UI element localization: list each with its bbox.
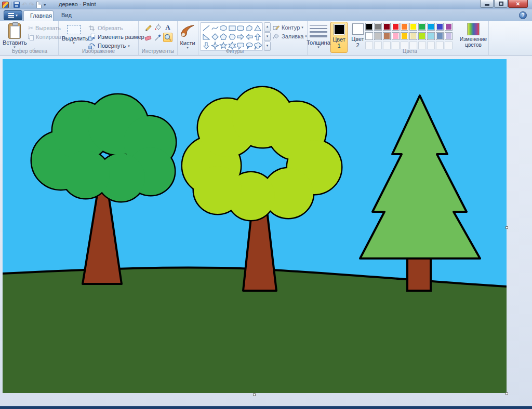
palette-swatch[interactable] (409, 32, 417, 40)
magnifier-tool[interactable] (163, 33, 172, 42)
color1-button[interactable]: Цвет 1 (330, 22, 348, 53)
help-button[interactable]: ? (519, 11, 527, 19)
palette-swatch[interactable] (392, 23, 400, 31)
group-label-colors: Цвета (365, 48, 455, 54)
rectangle-icon (228, 24, 236, 32)
edit-colors-button[interactable]: Изменение цветов (460, 22, 487, 53)
qat-dropdown-icon[interactable]: ▾ (44, 3, 46, 7)
right-triangle-icon (202, 33, 210, 41)
shape-arrow-right[interactable] (236, 33, 245, 41)
chevron-down-icon: ▾ (301, 26, 303, 29)
tab-view[interactable]: Вид (55, 10, 76, 21)
crop-button: Обрезать (88, 24, 123, 32)
canvas-resize-handle-corner[interactable] (506, 392, 508, 395)
crop-label: Обрезать (98, 25, 123, 31)
shape-diamond[interactable] (211, 33, 219, 41)
cut-button: ✂ Вырезать (28, 24, 61, 32)
palette-swatch[interactable] (401, 23, 408, 31)
color2-button[interactable]: Цвет 2 (350, 22, 366, 53)
copy-icon (28, 34, 34, 40)
shape-arrow-left[interactable] (245, 33, 254, 41)
paint-menu-button[interactable]: ▾ (4, 10, 22, 20)
maximize-icon (499, 2, 503, 6)
palette-swatch[interactable] (374, 23, 382, 31)
shape-pentagon[interactable] (219, 33, 228, 41)
fill-icon (272, 32, 280, 40)
canvas-resize-handle-bottom[interactable] (253, 393, 256, 396)
palette-swatch[interactable] (365, 23, 373, 31)
palette-swatch[interactable] (436, 23, 444, 31)
color-palette (365, 23, 455, 51)
paint-app-icon[interactable] (2, 2, 9, 8)
pencil-tool[interactable] (143, 22, 153, 32)
palette-swatch[interactable] (427, 23, 435, 31)
paste-button[interactable]: Вставить ▾ (3, 22, 26, 52)
shape-polygon[interactable] (245, 24, 254, 32)
save-icon[interactable] (14, 2, 20, 8)
text-tool[interactable]: A (163, 22, 172, 32)
color2-label: Цвет (350, 36, 366, 42)
group-image: Выделить ▾ Обрезать Изменить размер (59, 21, 139, 55)
palette-swatch[interactable] (445, 32, 453, 40)
shape-hexagon[interactable] (228, 33, 236, 41)
shape-arrow-up[interactable] (254, 33, 262, 41)
palette-swatch[interactable] (374, 32, 382, 40)
shape-rounded-rectangle[interactable] (236, 24, 245, 32)
outline-button[interactable]: Контур ▾ (272, 23, 307, 32)
taskbar-edge (0, 406, 532, 409)
group-label-shapes: Фигуры (198, 48, 271, 54)
shape-ellipse[interactable] (219, 24, 228, 32)
shape-triangle[interactable] (254, 24, 262, 32)
drawing-canvas[interactable] (3, 59, 507, 393)
palette-swatch[interactable] (409, 23, 417, 31)
palette-swatch[interactable] (418, 23, 426, 31)
text-icon: A (164, 23, 172, 31)
palette-swatch[interactable] (418, 32, 426, 40)
shape-rectangle[interactable] (228, 24, 236, 32)
group-brushes: Кисти ▾ (178, 21, 198, 55)
palette-swatch[interactable] (436, 32, 444, 40)
color-picker-tool[interactable] (153, 33, 163, 42)
group-tools: A (139, 21, 178, 55)
group-size: Толщина ▾ (308, 21, 330, 55)
chevron-down-icon: ▾ (128, 45, 130, 47)
palette-swatch[interactable] (365, 32, 373, 40)
palette-swatch[interactable] (445, 23, 453, 31)
minimize-icon (485, 4, 489, 6)
maximize-button[interactable] (494, 0, 508, 8)
pencil-icon (144, 23, 152, 31)
outline-label: Контур (282, 24, 300, 31)
eraser-tool[interactable] (143, 33, 153, 42)
shape-fill-button[interactable]: Заливка ▾ (272, 32, 307, 40)
rounded-rectangle-icon (236, 24, 245, 32)
select-button[interactable]: Выделить ▾ (62, 22, 86, 52)
window-title: дерево - Paint (59, 1, 96, 7)
shape-curve[interactable] (211, 24, 219, 32)
new-document-icon[interactable] (36, 2, 42, 8)
shape-line[interactable] (202, 24, 210, 32)
canvas-resize-handle-right[interactable] (506, 226, 508, 229)
magnifier-icon (164, 33, 172, 42)
shapes-scroll-up[interactable]: ▲ (264, 22, 271, 32)
separator (11, 2, 11, 8)
resize-label: Изменить размер (98, 34, 144, 40)
palette-swatch[interactable] (401, 32, 408, 40)
group-colors: Цвет 1 Цвет 2 Изменение цветов Цвета (330, 21, 489, 55)
brushes-button[interactable]: Кисти ▾ (176, 22, 199, 52)
close-button[interactable]: ✕ (508, 0, 528, 8)
palette-swatch[interactable] (427, 32, 435, 40)
palette-swatch[interactable] (383, 23, 391, 31)
fill-tool[interactable] (153, 22, 163, 32)
window-controls: ✕ (480, 0, 528, 8)
shapes-scroll-down[interactable]: ▼ (264, 32, 271, 42)
palette-swatch[interactable] (383, 32, 391, 40)
palette-swatch[interactable] (392, 32, 400, 40)
resize-button[interactable]: Изменить размер (88, 33, 144, 41)
title-bar: ↶ ↷ ▾ дерево - Paint ✕ (0, 0, 532, 9)
shape-right-triangle[interactable] (202, 33, 210, 41)
undo-icon: ↶ (22, 2, 27, 8)
work-area (0, 56, 532, 409)
edit-colors-icon (467, 23, 480, 35)
minimize-button[interactable] (480, 0, 494, 8)
tab-home[interactable]: Главная (23, 10, 54, 21)
